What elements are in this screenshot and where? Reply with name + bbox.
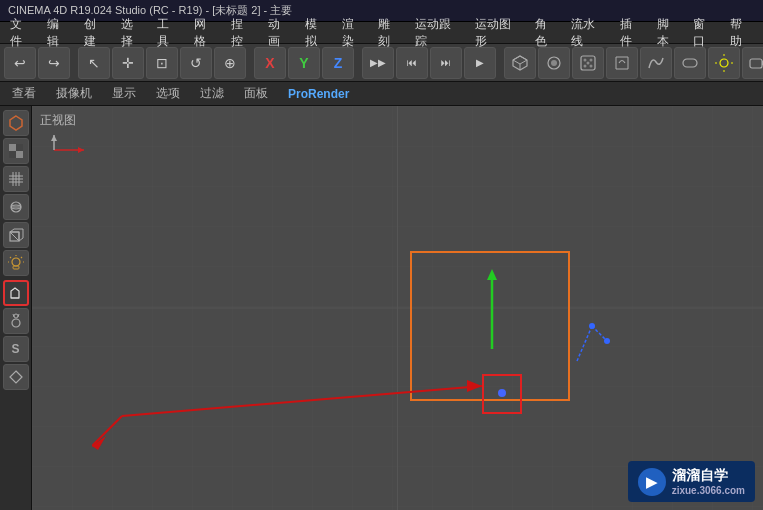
svg-marker-50 bbox=[10, 371, 22, 383]
menu-pinch[interactable]: 捏控 bbox=[225, 14, 260, 52]
svg-rect-21 bbox=[9, 144, 16, 151]
svg-point-68 bbox=[604, 338, 610, 344]
svg-rect-24 bbox=[16, 151, 23, 158]
menu-sculpt[interactable]: 雕刻 bbox=[372, 14, 407, 52]
move-tool[interactable]: ✛ bbox=[112, 47, 144, 79]
svg-line-65 bbox=[577, 326, 592, 361]
left-btn-object[interactable] bbox=[3, 110, 29, 136]
coord-axes: x bbox=[44, 130, 84, 160]
tab-options[interactable]: 选项 bbox=[148, 83, 188, 104]
tab-prorender[interactable]: ProRender bbox=[280, 85, 357, 103]
menu-edit[interactable]: 编辑 bbox=[41, 14, 76, 52]
render-next[interactable]: ⏭ bbox=[430, 47, 462, 79]
watermark-url: zixue.3066.com bbox=[672, 485, 745, 496]
svg-rect-22 bbox=[16, 144, 23, 151]
svg-point-38 bbox=[12, 258, 20, 266]
left-btn-sphere[interactable] bbox=[3, 194, 29, 220]
tab-camera[interactable]: 摄像机 bbox=[48, 83, 100, 104]
menu-render[interactable]: 渲染 bbox=[336, 14, 371, 52]
render-play[interactable]: ▶ bbox=[464, 47, 496, 79]
svg-rect-18 bbox=[750, 59, 762, 68]
menu-plugin[interactable]: 插件 bbox=[614, 14, 649, 52]
svg-line-61 bbox=[122, 386, 482, 416]
svg-rect-12 bbox=[683, 59, 697, 67]
menu-help[interactable]: 帮助 bbox=[724, 14, 759, 52]
svg-point-4 bbox=[551, 60, 557, 66]
watermark-name: 溜溜自学 bbox=[672, 467, 728, 483]
tab-display[interactable]: 显示 bbox=[104, 83, 144, 104]
redo-button[interactable]: ↪ bbox=[38, 47, 70, 79]
menu-animate[interactable]: 动画 bbox=[262, 14, 297, 52]
render-prev[interactable]: ⏮ bbox=[396, 47, 428, 79]
menu-simulate[interactable]: 模拟 bbox=[299, 14, 334, 52]
tab-filter[interactable]: 过滤 bbox=[192, 83, 232, 104]
deform-btn[interactable] bbox=[606, 47, 638, 79]
svg-marker-20 bbox=[10, 116, 22, 130]
zaxis-btn[interactable]: Z bbox=[322, 47, 354, 79]
tab-panel[interactable]: 面板 bbox=[236, 83, 276, 104]
left-btn-geometry[interactable] bbox=[3, 364, 29, 390]
menu-character[interactable]: 角色 bbox=[529, 14, 564, 52]
menu-file[interactable]: 文件 bbox=[4, 14, 39, 52]
watermark-icon: ▶ bbox=[638, 468, 666, 496]
left-btn-grid[interactable] bbox=[3, 166, 29, 192]
yaxis-btn[interactable]: Y bbox=[288, 47, 320, 79]
menu-tools[interactable]: 工具 bbox=[151, 14, 186, 52]
menu-window[interactable]: 窗口 bbox=[687, 14, 722, 52]
svg-point-13 bbox=[720, 59, 728, 67]
svg-rect-23 bbox=[9, 151, 16, 158]
menu-mesh[interactable]: 网格 bbox=[188, 14, 223, 52]
svg-point-67 bbox=[589, 323, 595, 329]
watermark-play-icon: ▶ bbox=[646, 474, 657, 490]
svg-marker-55 bbox=[78, 147, 84, 153]
svg-line-66 bbox=[592, 326, 607, 341]
nurbs-btn[interactable] bbox=[674, 47, 706, 79]
scene-btn[interactable] bbox=[572, 47, 604, 79]
tab-view[interactable]: 查看 bbox=[4, 83, 44, 104]
svg-marker-58 bbox=[51, 135, 57, 141]
menu-select[interactable]: 选择 bbox=[115, 14, 150, 52]
render-frame[interactable]: ▶▶ bbox=[362, 47, 394, 79]
xaxis-btn[interactable]: X bbox=[254, 47, 286, 79]
svg-point-9 bbox=[590, 64, 593, 67]
svg-point-7 bbox=[590, 58, 593, 61]
material-btn[interactable] bbox=[538, 47, 570, 79]
left-btn-cube[interactable] bbox=[3, 222, 29, 248]
svg-marker-1 bbox=[513, 56, 527, 64]
svg-marker-62 bbox=[467, 380, 482, 392]
left-btn-checker[interactable] bbox=[3, 138, 29, 164]
select-tool[interactable]: ↖ bbox=[78, 47, 110, 79]
camera-btn[interactable] bbox=[742, 47, 763, 79]
svg-marker-35 bbox=[10, 229, 23, 241]
svg-point-46 bbox=[12, 319, 20, 327]
svg-marker-60 bbox=[487, 269, 497, 280]
rotate-tool[interactable]: ↺ bbox=[180, 47, 212, 79]
watermark: ▶ 溜溜自学 zixue.3066.com bbox=[628, 461, 755, 502]
svg-line-43 bbox=[21, 257, 22, 258]
origin-dot bbox=[498, 389, 506, 397]
left-toolbar: S bbox=[0, 106, 32, 510]
left-btn-light[interactable] bbox=[3, 250, 29, 276]
menu-pipeline[interactable]: 流水线 bbox=[565, 14, 611, 52]
menu-script[interactable]: 脚本 bbox=[651, 14, 686, 52]
cube-tool[interactable] bbox=[504, 47, 536, 79]
scale-tool[interactable]: ⊡ bbox=[146, 47, 178, 79]
light-btn[interactable] bbox=[708, 47, 740, 79]
left-btn-constraint[interactable] bbox=[3, 308, 29, 334]
left-btn-s[interactable]: S bbox=[3, 336, 29, 362]
svg-marker-11 bbox=[616, 57, 628, 69]
watermark-text: 溜溜自学 zixue.3066.com bbox=[672, 467, 745, 496]
spline-btn[interactable] bbox=[640, 47, 672, 79]
svg-line-42 bbox=[10, 257, 11, 258]
viewport[interactable]: 正视图 x bbox=[32, 106, 763, 510]
svg-line-63 bbox=[92, 416, 122, 446]
left-btn-active[interactable] bbox=[3, 280, 29, 306]
menu-bar: 文件 编辑 创建 选择 工具 网格 捏控 动画 模拟 渲染 雕刻 运动跟踪 运动… bbox=[0, 22, 763, 44]
transform-tool[interactable]: ⊕ bbox=[214, 47, 246, 79]
menu-create[interactable]: 创建 bbox=[78, 14, 113, 52]
toolbar: ↩ ↪ ↖ ✛ ⊡ ↺ ⊕ X Y Z ▶▶ ⏮ ⏭ ▶ bbox=[0, 44, 763, 82]
menu-mograph[interactable]: 运动图形 bbox=[469, 14, 527, 52]
svg-point-8 bbox=[584, 64, 587, 67]
menu-motiontrack[interactable]: 运动跟踪 bbox=[409, 14, 467, 52]
undo-button[interactable]: ↩ bbox=[4, 47, 36, 79]
